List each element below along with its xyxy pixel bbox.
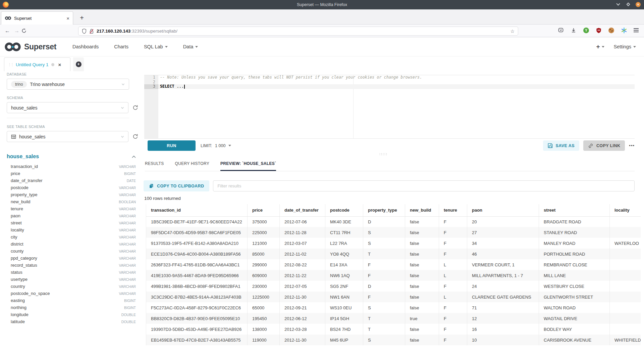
ublock-icon[interactable]: U0 bbox=[596, 27, 602, 33]
tab-query-history[interactable]: QUERY HISTORY bbox=[175, 161, 209, 171]
table-row[interactable]: F5C273AC-0D2A-458F-8279-9C61F0C22EC6 650… bbox=[146, 302, 641, 313]
column-row[interactable]: property_type VARCHAR bbox=[7, 191, 136, 198]
limit-dropdown[interactable]: LIMIT: 1 000 bbox=[201, 140, 231, 151]
table-row[interactable]: 1B5C39ED-BE7F-41EF-9E71-9C60EED74A22 375… bbox=[146, 216, 641, 227]
nav-sql-lab[interactable]: SQL Lab bbox=[144, 44, 168, 49]
menu-icon[interactable] bbox=[634, 28, 639, 32]
column-header[interactable]: date_of_transfer bbox=[280, 204, 325, 216]
database-select[interactable]: trino Trino warehouse bbox=[7, 79, 129, 90]
table-row[interactable]: 3C3C29DC-B7B2-4BE5-914A-A38123AF403B 122… bbox=[146, 292, 641, 302]
column-header[interactable]: new_build bbox=[405, 204, 439, 216]
column-header[interactable]: price bbox=[248, 204, 280, 216]
nav-data[interactable]: Data bbox=[183, 44, 198, 49]
column-row[interactable]: price BIGINT bbox=[7, 170, 136, 177]
table-row[interactable]: ECE1D376-C9A6-4C00-B004-A380B189FA56 850… bbox=[146, 249, 641, 259]
refresh-schemas-icon[interactable] bbox=[132, 105, 138, 111]
insecure-lock-icon[interactable] bbox=[89, 29, 94, 34]
column-row[interactable]: record_status VARCHAR bbox=[7, 262, 136, 269]
column-row[interactable]: postcode VARCHAR bbox=[7, 184, 136, 191]
table-row[interactable]: 499B1981-3B6B-4BCD-808F-9FED9802BFA1 230… bbox=[146, 281, 641, 292]
extension-icon[interactable]: Y bbox=[583, 28, 589, 33]
column-row[interactable]: ppd_category VARCHAR bbox=[7, 255, 136, 262]
table-row[interactable]: 98F5DC47-0D05-4D59-95B7-98CA6F1FDE05 225… bbox=[146, 227, 641, 238]
tracking-shield-icon[interactable] bbox=[82, 29, 87, 34]
table-select[interactable]: house_sales bbox=[7, 131, 128, 142]
column-row[interactable]: easting BIGINT bbox=[7, 297, 136, 304]
bookmark-star-icon[interactable]: ☆ bbox=[510, 29, 515, 34]
chevron-up-icon[interactable] bbox=[132, 155, 136, 158]
cell-property-type: T bbox=[363, 313, 405, 324]
cookie-icon[interactable] bbox=[608, 28, 614, 33]
query-tab-close-icon[interactable]: × bbox=[58, 62, 61, 68]
column-row[interactable]: northing BIGINT bbox=[7, 304, 136, 311]
column-row[interactable]: country VARCHAR bbox=[7, 283, 136, 290]
query-tab[interactable]: ⋮⋮ Untitled Query 1 × bbox=[4, 57, 70, 71]
column-row[interactable]: new_build BOOLEAN bbox=[7, 198, 136, 205]
new-menu-button[interactable]: + bbox=[596, 43, 604, 50]
column-row[interactable]: transaction_id VARCHAR bbox=[7, 163, 136, 170]
column-row[interactable]: postcode_no_space VARCHAR bbox=[7, 290, 136, 297]
column-row[interactable]: paon VARCHAR bbox=[7, 212, 136, 219]
browser-tab-close-icon[interactable]: × bbox=[66, 15, 69, 21]
save-as-button[interactable]: SAVE AS bbox=[543, 140, 579, 151]
column-row[interactable]: tenure VARCHAR bbox=[7, 205, 136, 212]
refresh-tables-icon[interactable] bbox=[132, 134, 138, 139]
column-name: country bbox=[11, 284, 25, 289]
downloads-icon[interactable] bbox=[571, 27, 577, 33]
window-minimize-icon[interactable] bbox=[615, 2, 621, 7]
table-row[interactable]: 2636F323-FF41-4765-81DB-98CAA6A43BC1 299… bbox=[146, 259, 641, 270]
table-row[interactable]: 419E1030-9A55-4467-8DA9-9FED95D65966 609… bbox=[146, 270, 641, 281]
new-tab-button[interactable]: + bbox=[78, 14, 86, 22]
tab-results[interactable]: RESULTS bbox=[145, 161, 164, 171]
table-row[interactable]: BB8320C9-D82B-4B37-90E0-9FEE05095E10 195… bbox=[146, 313, 641, 324]
nav-dashboards[interactable]: Dashboards bbox=[72, 44, 99, 49]
column-header[interactable]: property_type bbox=[363, 204, 405, 216]
add-query-tab[interactable]: + bbox=[73, 57, 84, 71]
editor-code-area[interactable]: -- Note: Unless you save your query, the… bbox=[158, 75, 635, 138]
tab-preview-house-sales[interactable]: PREVIEW: `HOUSE_SALES` bbox=[220, 161, 276, 171]
reload-button[interactable] bbox=[21, 28, 31, 33]
pocket-icon[interactable] bbox=[558, 27, 564, 33]
forward-button[interactable]: → bbox=[12, 28, 21, 34]
table-row[interactable]: EB1459EB-67ED-47C8-B2E7-A38143AB5575 119… bbox=[146, 335, 641, 345]
column-row[interactable]: locality VARCHAR bbox=[7, 226, 136, 233]
column-row[interactable]: district VARCHAR bbox=[7, 240, 136, 248]
drag-grip-icon[interactable]: ⋮⋮ bbox=[8, 62, 13, 67]
column-header[interactable]: tenure bbox=[439, 204, 467, 216]
column-header[interactable]: locality bbox=[610, 204, 641, 216]
schema-select[interactable]: house_sales bbox=[7, 102, 128, 113]
filter-results-input[interactable] bbox=[213, 180, 635, 191]
sparkle-extension-icon[interactable] bbox=[621, 27, 627, 33]
column-row[interactable]: latitude DOUBLE bbox=[7, 318, 136, 325]
url-text[interactable]: 217.160.120.143:32393/superset/sqllab/ bbox=[97, 29, 507, 34]
column-row[interactable]: status VARCHAR bbox=[7, 269, 136, 276]
column-row[interactable]: street VARCHAR bbox=[7, 219, 136, 226]
url-bar[interactable]: 217.160.120.143:32393/superset/sqllab/ ☆ bbox=[78, 27, 518, 36]
table-row[interactable]: 193907D3-5DBD-453D-A49E-9FEE27DAB926 138… bbox=[146, 324, 641, 335]
column-header[interactable]: transaction_id bbox=[146, 204, 248, 216]
column-row[interactable]: county VARCHAR bbox=[7, 248, 136, 255]
column-row[interactable]: city VARCHAR bbox=[7, 233, 136, 240]
column-row[interactable]: longitude DOUBLE bbox=[7, 311, 136, 318]
settings-menu[interactable]: Settings bbox=[614, 44, 636, 49]
superset-logo[interactable]: Superset bbox=[4, 42, 56, 52]
pane-resize-grip[interactable] bbox=[379, 153, 388, 156]
window-maximize-icon[interactable] bbox=[626, 2, 631, 7]
copy-link-button[interactable]: COPY LINK bbox=[583, 140, 625, 151]
copy-to-clipboard-button[interactable]: COPY TO CLIPBOARD bbox=[144, 180, 209, 191]
more-options-button[interactable]: ••• bbox=[629, 143, 635, 148]
table-name-heading[interactable]: house_sales bbox=[7, 154, 39, 160]
column-row[interactable]: date_of_transfer DATE bbox=[7, 177, 136, 184]
browser-tab[interactable]: Superset × bbox=[1, 11, 73, 25]
nav-charts[interactable]: Charts bbox=[114, 44, 128, 49]
back-button[interactable]: ← bbox=[3, 28, 12, 34]
table-row[interactable]: 91370533-19F5-47FE-B142-A380A8ADA210 121… bbox=[146, 238, 641, 249]
column-header[interactable]: paon bbox=[467, 204, 539, 216]
column-header[interactable]: street bbox=[539, 204, 610, 216]
sql-statement-line: SELECT ... bbox=[158, 84, 635, 89]
window-close-icon[interactable]: × bbox=[636, 2, 641, 7]
column-header[interactable]: postcode bbox=[325, 204, 363, 216]
column-row[interactable]: usertype VARCHAR bbox=[7, 276, 136, 283]
sql-editor[interactable]: 1 2 3 -- Note: Unless you save your quer… bbox=[144, 75, 635, 139]
run-button[interactable]: RUN bbox=[148, 140, 196, 151]
